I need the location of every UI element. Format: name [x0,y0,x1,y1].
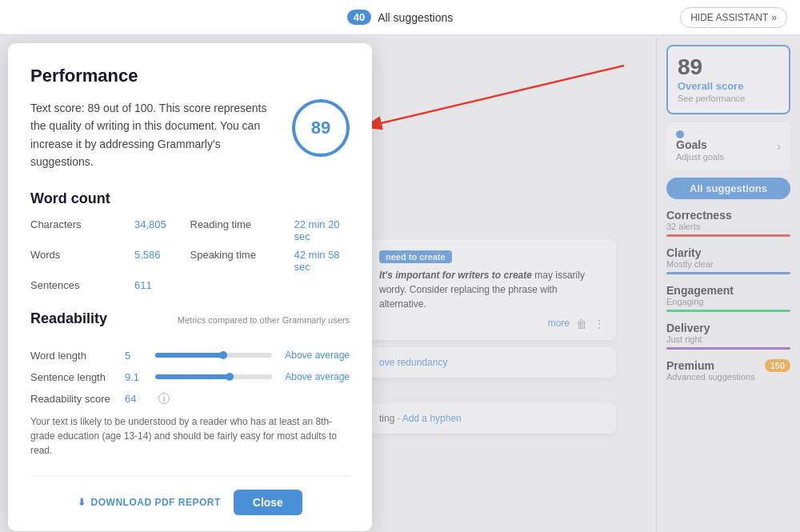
wc-row-3: Sentences 611 [30,279,350,291]
wc-value-words: 5,586 [134,249,161,273]
performance-modal: Performance Text score: 89 out of 100. T… [8,43,372,531]
modal-footer: ⬇ DOWNLOAD PDF REPORT Close [30,476,350,515]
readability-header: Readability Metrics compared to other Gr… [30,310,350,338]
read-label-sentence-length: Sentence length [30,371,118,383]
read-value-sentence-length: 9.1 [125,371,149,383]
wc-label-speaking-time: Speaking time [190,249,262,273]
suggestions-label: All suggestions [378,11,453,24]
modal-score-row: Text score: 89 out of 100. This score re… [30,99,350,171]
wc-value-speaking-time: 42 min 58 sec [294,249,350,273]
wc-label-characters: Characters [30,218,102,242]
read-bar-dot-word-length [219,351,227,359]
readability-compare: Metrics compared to other Grammarly user… [178,315,350,325]
read-label-readability-score: Readability score [30,393,118,405]
word-count-table: Characters 34,805 Reading time 22 min 20… [30,218,350,291]
read-value-word-length: 5 [125,350,149,362]
top-bar: 40 All suggestions HIDE ASSISTANT » [0,0,800,35]
wc-col-3-right [190,279,350,291]
modal-title: Performance [30,66,350,86]
wc-col-3-left: Sentences 611 [30,279,190,291]
wc-col-2-left: Words 5,586 [30,249,190,273]
wc-label-words: Words [30,249,102,273]
read-row-word-length: Word length 5 Above average [30,350,350,362]
hide-assistant-label: HIDE ASSISTANT [690,12,768,23]
score-circle: 89 [292,99,350,157]
wc-col-1-right: Reading time 22 min 20 sec [190,218,350,242]
modal-score-text: Text score: 89 out of 100. This score re… [30,99,276,171]
download-label: DOWNLOAD PDF REPORT [91,497,221,508]
modal-backdrop: Performance Text score: 89 out of 100. T… [0,35,656,532]
read-bar-fill-sentence-length [155,374,231,379]
readability-title: Readability [30,310,107,327]
wc-value-sentences: 611 [134,279,152,291]
wc-label-sentences: Sentences [30,279,102,291]
download-icon: ⬇ [78,497,86,508]
read-row-readability-score: Readability score 64 i [30,393,350,405]
wc-col-1-left: Characters 34,805 [30,218,190,242]
word-count-title: Word count [30,190,350,207]
read-bar-sentence-length [155,374,272,379]
suggestions-count-badge: 40 [347,10,371,25]
read-row-sentence-length: Sentence length 9.1 Above average [30,371,350,383]
read-bar-word-length [155,353,272,358]
hide-assistant-chevron: » [771,12,777,23]
suggestions-header: 40 All suggestions [347,10,454,25]
readability-note: Your text is likely to be understood by … [30,414,350,458]
wc-col-2-right: Speaking time 42 min 58 sec [190,249,350,273]
download-pdf-button[interactable]: ⬇ DOWNLOAD PDF REPORT [78,497,221,508]
read-label-word-length: Word length [30,350,118,362]
wc-value-characters: 34,805 [134,218,166,242]
read-value-readability-score: 64 [125,393,149,405]
wc-label-reading-time: Reading time [190,218,262,242]
close-modal-button[interactable]: Close [234,490,302,515]
read-rating-word-length: Above average [285,350,350,361]
readability-info-icon[interactable]: i [158,393,170,404]
read-bar-dot-sentence-length [226,373,234,381]
hide-assistant-button[interactable]: HIDE ASSISTANT » [680,7,787,28]
read-rating-sentence-length: Above average [285,371,350,382]
read-bar-fill-word-length [155,353,226,358]
wc-row-1: Characters 34,805 Reading time 22 min 20… [30,218,350,242]
wc-row-2: Words 5,586 Speaking time 42 min 58 sec [30,249,350,273]
wc-value-reading-time: 22 min 20 sec [294,218,350,242]
